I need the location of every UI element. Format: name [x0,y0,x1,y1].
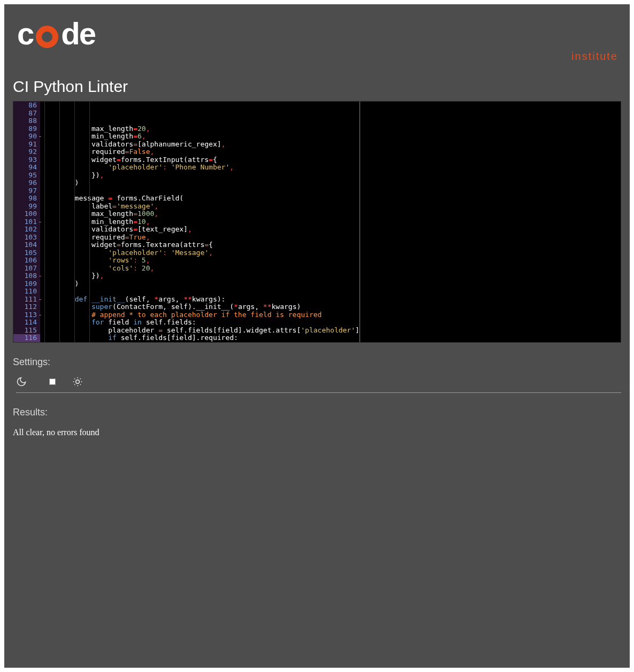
code-editor[interactable]: 8687888990919293949596979899100101102103… [13,101,621,343]
code-line[interactable]: ) [41,280,360,288]
logo-subtext: institute [571,50,618,63]
gutter-line: 113 [13,311,40,319]
page-title: CI Python Linter [13,78,621,96]
code-line[interactable]: validators=[alphanumeric_regex], [41,141,360,149]
gutter-line: 90 [13,133,40,141]
gutter-line: 106 [13,257,40,265]
code-line[interactable] [41,187,360,195]
brand-wordmark: c de [17,18,95,49]
editor-preview-pane [360,102,621,342]
logo-text-c: c [17,18,33,49]
gutter-line: 111 [13,296,40,304]
gutter-line: 102 [13,226,40,234]
results-heading: Results: [13,407,621,418]
code-line[interactable]: widget=forms.Textarea(attrs={ [41,241,360,249]
gutter-line: 91 [13,141,40,149]
gutter-line: 95 [13,172,40,180]
code-line[interactable]: max_length=20, [41,125,360,133]
gutter-line: 116 [13,334,40,342]
gutter-line: 104 [13,241,40,249]
code-line[interactable]: required=False, [41,148,360,156]
code-line[interactable]: label='message', [41,203,360,211]
code-line[interactable]: widget=forms.TextInput(attrs={ [41,156,360,164]
results-message: All clear, no errors found [13,428,621,437]
gutter-line: 86 [13,102,40,110]
theme-toggle-checkbox[interactable] [49,379,56,385]
gutter-line: 92 [13,148,40,156]
gutter-line: 108 [13,272,40,280]
settings-heading: Settings: [13,357,621,368]
brand-logo: c de institute [13,13,621,63]
gutter-line: 114 [13,319,40,327]
gutter-line: 96 [13,179,40,187]
editor-gutter: 8687888990919293949596979899100101102103… [13,102,40,342]
code-line[interactable]: # append * to each placeholder if the fi… [41,311,360,319]
code-line[interactable]: 'placeholder': 'Message', [41,249,360,257]
code-line[interactable]: 'cols': 20, [41,265,360,273]
svg-line-4 [80,384,81,385]
gutter-line: 89 [13,125,40,133]
gutter-line: 97 [13,187,40,195]
gutter-line: 109 [13,280,40,288]
gutter-line: 115 [13,327,40,335]
gutter-line: 98 [13,195,40,203]
code-line[interactable]: placeholder += ' *' [41,342,360,343]
svg-line-3 [74,379,75,379]
svg-line-7 [74,384,75,385]
gutter-line: 87 [13,110,40,118]
code-line[interactable]: validators=[text_regex], [41,226,360,234]
app-root: c de institute CI Python Linter 86878889… [4,4,630,668]
gutter-line: 88 [13,117,40,125]
sun-icon [72,376,83,387]
code-line[interactable]: def __init__(self, *args, **kwargs): [41,296,360,304]
code-line[interactable]: min_length=10, [41,218,360,226]
code-line[interactable]: if self.fields[field].required: [41,334,360,342]
gutter-line: 105 [13,249,40,257]
code-line[interactable] [41,288,360,296]
moon-icon [16,376,27,387]
code-line[interactable]: 'rows': 5, [41,257,360,265]
gutter-line: 100 [13,210,40,218]
svg-point-0 [76,380,80,384]
code-line[interactable]: placeholder = self.fields[field].widget.… [41,327,360,335]
gutter-line: 101 [13,218,40,226]
logo-text-de: de [61,18,95,49]
logo-o-icon [36,26,58,48]
code-line[interactable]: }), [41,272,360,280]
code-line[interactable]: message = forms.CharField( [41,195,360,203]
gutter-line: 93 [13,156,40,164]
gutter-line: 94 [13,164,40,172]
code-line[interactable]: }), [41,172,360,180]
gutter-line: 112 [13,303,40,311]
gutter-line: 110 [13,288,40,296]
code-line[interactable]: min_length=6, [41,133,360,141]
code-line[interactable]: for field in self.fields: [41,319,360,327]
svg-line-8 [80,379,81,379]
editor-code-area[interactable]: max_length=20, min_length=6, validators=… [40,102,360,342]
code-line[interactable]: ) [41,179,360,187]
code-line[interactable]: 'placeholder': 'Phone Number', [41,164,360,172]
gutter-line: 107 [13,265,40,273]
theme-toggle-row [16,376,621,393]
code-line[interactable]: max_length=1000, [41,210,360,218]
gutter-line: 99 [13,203,40,211]
code-line[interactable]: required=True, [41,234,360,242]
code-line[interactable]: super(ContactForm, self).__init__(*args,… [41,303,360,311]
gutter-line: 103 [13,234,40,242]
